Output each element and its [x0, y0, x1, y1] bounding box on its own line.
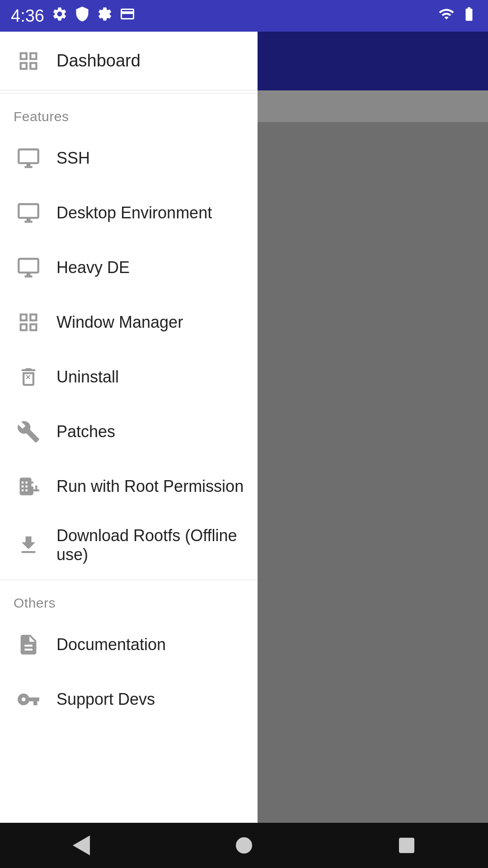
dashboard-label: Dashboard: [56, 51, 141, 71]
signal-icon: [438, 6, 455, 26]
key-icon: [14, 684, 43, 714]
heavy-de-label: Heavy DE: [56, 258, 130, 277]
back-button[interactable]: [63, 827, 99, 863]
download-rootfs-label: Download Rootfs (Offline use): [56, 526, 244, 564]
battery-icon: [461, 6, 477, 26]
menu-item-documentation[interactable]: Documentation: [0, 617, 258, 672]
home-button[interactable]: [226, 827, 262, 863]
others-section-header: Others: [0, 583, 258, 617]
card-icon: [119, 6, 136, 26]
status-bar: 4:36: [0, 0, 488, 32]
patches-label: Patches: [56, 422, 115, 441]
root-icon: [14, 472, 43, 501]
documentation-label: Documentation: [56, 635, 166, 654]
bottom-nav: [0, 823, 488, 868]
root-permission-label: Run with Root Permission: [56, 477, 244, 496]
status-time: 4:36: [11, 6, 44, 26]
menu-item-support-devs[interactable]: Support Devs: [0, 672, 258, 726]
menu-item-ssh[interactable]: SSH: [0, 131, 258, 185]
monitor-icon-ssh: [14, 143, 43, 173]
divider-others: [0, 580, 258, 580]
svg-rect-1: [33, 489, 39, 491]
content-gray-area: [258, 122, 488, 868]
uninstall-label: Uninstall: [56, 368, 119, 387]
trash-icon: [14, 362, 43, 392]
shield-icon: [74, 6, 90, 26]
dashboard-icon: [14, 46, 43, 75]
menu-item-window-manager[interactable]: Window Manager: [0, 295, 258, 349]
recent-square-icon: [399, 838, 414, 853]
back-triangle-icon: [73, 835, 90, 855]
menu-item-heavy-de[interactable]: Heavy DE: [0, 240, 258, 295]
window-manager-label: Window Manager: [56, 313, 183, 332]
menu-item-desktop-env[interactable]: Desktop Environment: [0, 185, 258, 240]
monitor-icon-heavy: [14, 253, 43, 282]
status-bar-left: 4:36: [11, 6, 136, 26]
download-icon: [14, 531, 43, 560]
wrench-icon: [14, 417, 43, 446]
gear-icon: [52, 6, 68, 26]
home-circle-icon: [236, 837, 252, 854]
menu-item-download-rootfs[interactable]: Download Rootfs (Offline use): [0, 514, 258, 577]
features-section-header: Features: [0, 96, 258, 131]
monitor-icon-desktop: [14, 198, 43, 227]
nav-drawer: Dashboard Features SSH Desktop Environme…: [0, 32, 258, 868]
menu-item-patches[interactable]: Patches: [0, 404, 258, 459]
grid-icon: [14, 307, 43, 337]
ssh-label: SSH: [56, 149, 90, 168]
status-icons: [52, 6, 136, 26]
desktop-env-label: Desktop Environment: [56, 203, 212, 222]
divider-features: [0, 93, 258, 94]
menu-item-root-permission[interactable]: Run with Root Permission: [0, 459, 258, 514]
menu-item-uninstall[interactable]: Uninstall: [0, 349, 258, 404]
content-header-right: [258, 32, 488, 90]
support-devs-label: Support Devs: [56, 690, 155, 709]
settings2-icon: [97, 6, 113, 26]
status-bar-right: [438, 6, 477, 26]
recent-apps-button[interactable]: [389, 827, 425, 863]
dashboard-item[interactable]: Dashboard: [0, 32, 258, 90]
file-icon: [14, 630, 43, 659]
drawer-overlay: Dashboard Features SSH Desktop Environme…: [0, 32, 488, 868]
